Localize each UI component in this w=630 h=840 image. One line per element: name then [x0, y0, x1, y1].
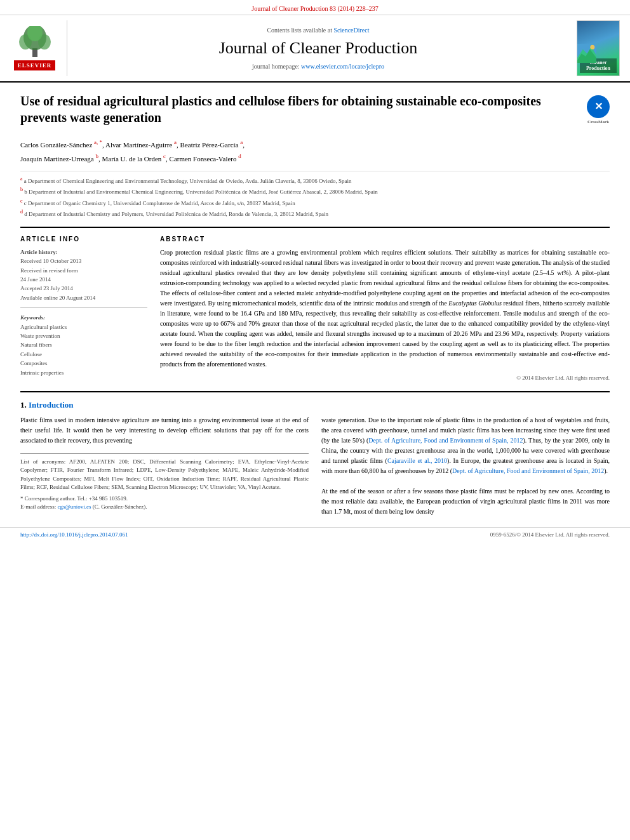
article-info-label: ARTICLE INFO — [20, 236, 147, 243]
title-text: Use of residual agricultural plastics an… — [20, 94, 541, 124]
crossmark-label: CrossMark — [587, 119, 610, 125]
keyword-3: Natural fibers — [20, 340, 147, 349]
intro-col-right: waste generation. Due to the important r… — [321, 415, 610, 517]
homepage-url[interactable]: www.elsevier.com/locate/jclepro — [301, 63, 384, 70]
bottom-bar: http://dx.doi.org/10.1016/j.jclepro.2014… — [0, 527, 630, 542]
authors-line: Carlos González-Sánchez a, *, Alvar Mart… — [20, 137, 610, 166]
accepted-date: Accepted 23 July 2014 — [20, 284, 147, 293]
keyword-4: Cellulose — [20, 350, 147, 359]
section-title: 1. Introduction — [20, 400, 610, 410]
intro-para-1: Plastic films used in modern intensive a… — [20, 415, 309, 446]
article-history: Article history: Received 10 October 201… — [20, 248, 147, 308]
article-info-abstract: ARTICLE INFO Article history: Received 1… — [20, 227, 610, 381]
crossmark-icon: ✕ — [587, 95, 610, 118]
abstract-col: ABSTRACT Crop protection residual plasti… — [160, 236, 610, 381]
ref-link-2[interactable]: Cajaraville et al., 2010 — [387, 457, 447, 464]
journal-homepage: journal homepage: www.elsevier.com/locat… — [252, 63, 384, 70]
keyword-6: Intrinsic properties — [20, 368, 147, 377]
journal-ref-text: Journal of Cleaner Production 83 (2014) … — [251, 5, 378, 12]
article-body: ✕ CrossMark Use of residual agricultural… — [0, 83, 630, 527]
section-title-text: Introduction — [29, 400, 74, 410]
article-title: ✕ CrossMark Use of residual agricultural… — [20, 93, 610, 131]
footnote-acronyms: List of acronyms: AF200, ALFATEN 200; DS… — [20, 458, 309, 492]
abstract-label: ABSTRACT — [160, 236, 610, 243]
elsevier-logo-area: ELSEVIER — [10, 20, 67, 76]
received-date: Received 10 October 2013 — [20, 257, 147, 265]
intro-two-col: Plastic films used in modern intensive a… — [20, 415, 610, 517]
affiliation-a-text: a Department of Chemical Engineering and… — [24, 178, 352, 184]
affiliation-c: c c Department of Organic Chemistry 1, U… — [20, 197, 610, 208]
history-label: Article history: — [20, 248, 147, 257]
journal-title: Journal of Cleaner Production — [219, 39, 418, 58]
affiliation-d-text: d Department of Industrial Chemistry and… — [24, 211, 328, 217]
abstract-text: Crop protection residual plastic films a… — [160, 248, 610, 370]
issn-text: 0959-6526/© 2014 Elsevier Ltd. All right… — [490, 531, 610, 538]
footnote-corresponding: * Corresponding author. Tel.: +34 985 10… — [20, 495, 309, 503]
intro-col-left: Plastic films used in modern intensive a… — [20, 415, 309, 517]
header-center: Contents lists available at ScienceDirec… — [67, 20, 569, 76]
cleaner-production-badge-area: Cleaner Production — [569, 20, 620, 76]
affiliations: a a Department of Chemical Engineering a… — [20, 171, 610, 219]
cp-badge: Cleaner Production — [577, 20, 620, 76]
contents-label: Contents lists available at — [267, 27, 332, 34]
affiliation-a: a a Department of Chemical Engineering a… — [20, 175, 610, 186]
email-link[interactable]: cgs@uniovi.es — [57, 503, 91, 510]
ref-link-1[interactable]: Dept. of Agriculture, Food and Environme… — [368, 437, 523, 444]
introduction-section: 1. Introduction Plastic films used in mo… — [20, 391, 610, 517]
elsevier-tree-icon — [16, 26, 54, 58]
article-info-col: ARTICLE INFO Article history: Received 1… — [20, 236, 147, 381]
affiliation-b: b b Department of Industrial and Environ… — [20, 186, 610, 197]
keywords-section: Keywords: Agricultural plastics Waste pr… — [20, 313, 147, 377]
revised-label: Received in revised form — [20, 266, 147, 275]
ref-link-3[interactable]: Dept. of Agriculture, Food and Environme… — [452, 467, 604, 474]
elsevier-label: ELSEVIER — [14, 60, 56, 70]
svg-point-8 — [590, 45, 594, 50]
revised-date: 24 June 2014 — [20, 275, 147, 284]
keyword-5: Composites — [20, 359, 147, 368]
footnotes: List of acronyms: AF200, ALFATEN 200; DS… — [20, 453, 309, 512]
homepage-label: journal homepage: — [252, 63, 300, 70]
science-direct-line: Contents lists available at ScienceDirec… — [267, 27, 369, 34]
section-number: 1. — [20, 400, 27, 410]
affiliation-d: d d Department of Industrial Chemistry a… — [20, 208, 610, 219]
footnote-email: E-mail address: cgs@uniovi.es (C. Gonzál… — [20, 503, 309, 512]
available-date: Available online 20 August 2014 — [20, 293, 147, 302]
doi-link[interactable]: http://dx.doi.org/10.1016/j.jclepro.2014… — [20, 531, 128, 538]
journal-header: ELSEVIER Contents lists available at Sci… — [0, 15, 630, 83]
keyword-2: Waste prevention — [20, 331, 147, 340]
keyword-1: Agricultural plastics — [20, 323, 147, 331]
science-direct-link[interactable]: ScienceDirect — [333, 27, 369, 34]
cp-badge-mountain-icon — [577, 44, 596, 63]
affiliation-c-text: c Department of Organic Chemistry 1, Uni… — [24, 200, 295, 206]
crossmark-badge: ✕ CrossMark — [587, 95, 610, 118]
page: Journal of Cleaner Production 83 (2014) … — [0, 0, 630, 840]
keywords-label: Keywords: — [20, 313, 147, 322]
copyright-line: © 2014 Elsevier Ltd. All rights reserved… — [160, 375, 610, 381]
journal-reference-bar: Journal of Cleaner Production 83 (2014) … — [0, 0, 630, 15]
affiliation-b-text: b Department of Industrial and Environme… — [24, 189, 378, 195]
